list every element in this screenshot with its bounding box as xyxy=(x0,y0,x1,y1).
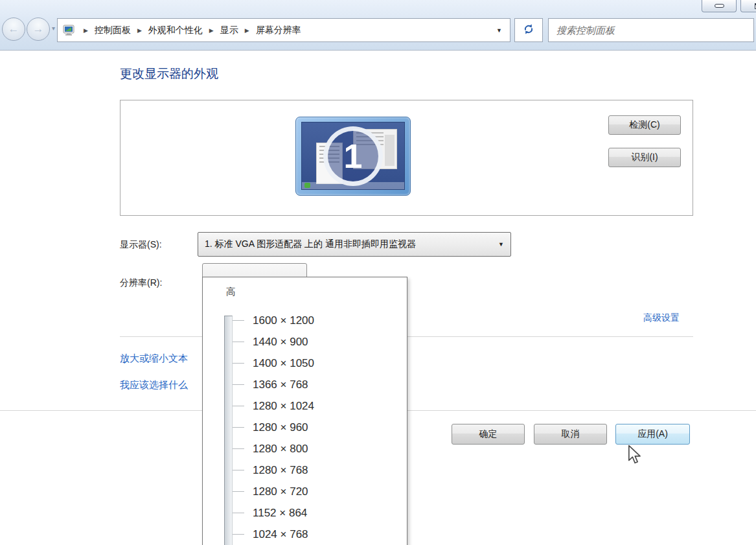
minimize-icon xyxy=(715,4,724,8)
resolution-option-label: 1280 × 800 xyxy=(253,443,308,456)
monitor-preview[interactable]: 1 xyxy=(295,117,411,196)
resolution-option-label: 1152 × 864 xyxy=(253,507,307,520)
start-button-icon xyxy=(304,183,310,188)
display-combobox-value: 1. 标准 VGA 图形适配器 上的 通用非即插即用监视器 xyxy=(205,238,416,250)
breadcrumb-arrow-icon[interactable]: ▶ xyxy=(240,27,255,34)
tick-icon xyxy=(233,427,244,428)
search-input[interactable] xyxy=(549,19,753,41)
breadcrumb-item-display[interactable]: 显示 xyxy=(219,23,240,38)
monitor-screen: 1 xyxy=(301,122,405,190)
breadcrumb-item-appearance[interactable]: 外观和个性化 xyxy=(147,23,204,38)
ok-button[interactable]: 确定 xyxy=(452,424,525,445)
address-dropdown-icon[interactable]: ▼ xyxy=(496,27,505,34)
tick-icon xyxy=(233,491,244,492)
separator-line xyxy=(0,410,202,411)
cancel-button[interactable]: 取消 xyxy=(534,424,607,445)
display-label: 显示器(S): xyxy=(120,239,162,251)
tick-icon xyxy=(233,534,244,535)
display-combobox[interactable]: 1. 标准 VGA 图形适配器 上的 通用非即插即用监视器 ▼ xyxy=(198,232,511,257)
resolution-option-label: 1400 × 1050 xyxy=(253,357,314,370)
search-box xyxy=(548,18,754,42)
resolution-option[interactable]: 1366 × 768 xyxy=(203,374,407,395)
resolution-option-label: 1366 × 768 xyxy=(253,378,308,391)
resolution-option-label: 1280 × 1024 xyxy=(253,400,314,413)
recent-pages-chevron-icon[interactable]: ▾ xyxy=(52,25,55,32)
minimize-button[interactable] xyxy=(702,0,737,12)
forward-arrow-icon: → xyxy=(33,23,44,35)
breadcrumb-arrow-icon[interactable]: ▶ xyxy=(78,27,93,34)
screen-resolution-window: ← → ▾ ▶ 控制面板 ▶ 外观和个性化 ▶ 显示 ▶ 屏幕分辨率 xyxy=(0,0,756,545)
resize-text-link[interactable]: 放大或缩小文本 xyxy=(120,353,188,365)
breadcrumb-arrow-icon[interactable]: ▶ xyxy=(204,27,219,34)
resolution-high-label: 高 xyxy=(226,286,236,298)
resolution-option[interactable]: 1440 × 900 xyxy=(203,331,407,353)
resolution-option[interactable]: 1280 × 768 xyxy=(203,459,407,481)
page-title: 更改显示器的外观 xyxy=(120,65,218,82)
separator-line xyxy=(407,336,693,337)
resolution-option[interactable]: 1152 × 864 xyxy=(203,502,407,524)
resolution-option[interactable]: 1280 × 960 xyxy=(203,417,407,438)
mouse-cursor-icon xyxy=(627,445,643,465)
resolution-dropdown-panel: 高 1600 × 1200 1440 × 900 1400 × 1050 136… xyxy=(202,277,407,545)
resolution-option-label: 1024 × 768 xyxy=(253,528,308,541)
separator-line xyxy=(120,336,202,337)
refresh-button[interactable] xyxy=(514,18,543,42)
navigation-toolbar: ← → ▾ ▶ 控制面板 ▶ 外观和个性化 ▶ 显示 ▶ 屏幕分辨率 xyxy=(0,0,756,51)
detect-button[interactable]: 检测(C) xyxy=(608,115,681,135)
tick-icon xyxy=(233,363,244,364)
resolution-option-label: 1280 × 720 xyxy=(253,485,308,498)
breadcrumb[interactable]: ▶ 控制面板 ▶ 外观和个性化 ▶ 显示 ▶ 屏幕分辨率 ▼ xyxy=(57,18,510,42)
tick-icon xyxy=(233,406,244,406)
back-arrow-icon: ← xyxy=(8,23,19,35)
resolution-option[interactable]: 1280 × 1024 xyxy=(203,395,407,417)
monitor-number-badge: 1 xyxy=(323,126,383,186)
breadcrumb-item-screen-resolution[interactable]: 屏幕分辨率 xyxy=(255,23,303,38)
tick-icon xyxy=(233,384,244,385)
tick-icon xyxy=(233,342,244,342)
display-icon xyxy=(63,25,76,36)
tick-icon xyxy=(233,448,244,449)
back-button[interactable]: ← xyxy=(2,17,25,41)
resolution-option-label: 1280 × 768 xyxy=(253,464,308,477)
chevron-down-icon: ▼ xyxy=(498,241,504,248)
resolution-option-label: 1280 × 960 xyxy=(253,421,308,434)
tick-icon xyxy=(233,320,244,321)
monitor-preview-box: 1 检测(C) 识别(I) xyxy=(120,100,693,216)
advanced-settings-link[interactable]: 高级设置 xyxy=(643,312,680,324)
tick-icon xyxy=(233,513,244,513)
refresh-icon xyxy=(523,23,534,38)
resolution-option[interactable]: 1280 × 720 xyxy=(203,481,407,502)
resolution-option[interactable]: 1400 × 1050 xyxy=(203,353,407,374)
monitor-number: 1 xyxy=(344,137,363,176)
resolution-option-label: 1440 × 900 xyxy=(253,336,308,349)
identify-button[interactable]: 识别(I) xyxy=(608,148,681,167)
maximize-button[interactable] xyxy=(740,0,756,12)
breadcrumb-arrow-icon[interactable]: ▶ xyxy=(132,27,147,34)
resolution-label: 分辨率(R): xyxy=(120,277,162,289)
apply-button[interactable]: 应用(A) xyxy=(615,424,690,445)
resolution-option[interactable]: 1280 × 800 xyxy=(203,438,407,459)
resolution-option-selected[interactable]: 1024 × 768 xyxy=(203,524,407,545)
tick-icon xyxy=(233,470,244,470)
resolution-option-label: 1600 × 1200 xyxy=(253,314,314,327)
breadcrumb-item-control-panel[interactable]: 控制面板 xyxy=(93,23,132,38)
resolution-option[interactable]: 1600 × 1200 xyxy=(203,310,407,331)
separator-line xyxy=(407,410,756,411)
forward-button[interactable]: → xyxy=(27,17,50,41)
which-settings-link[interactable]: 我应该选择什么 xyxy=(120,379,188,391)
